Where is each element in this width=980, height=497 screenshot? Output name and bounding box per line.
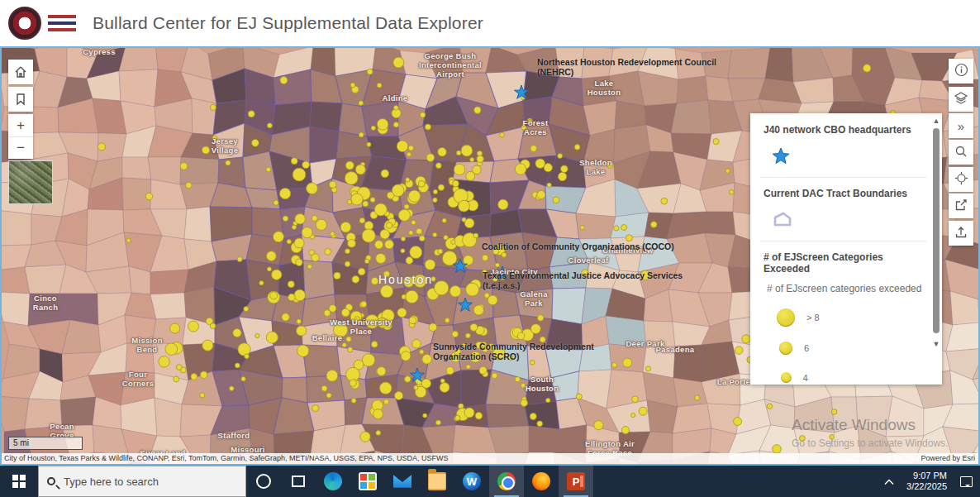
ejscreen-dot[interactable] [553, 197, 559, 203]
ejscreen-dot[interactable] [401, 351, 411, 361]
ejscreen-dot[interactable] [433, 232, 437, 237]
ejscreen-dot[interactable] [576, 394, 582, 399]
ejscreen-dot[interactable] [401, 249, 405, 253]
ejscreen-dot[interactable] [735, 346, 744, 355]
ejscreen-dot[interactable] [623, 358, 632, 367]
ejscreen-dot[interactable] [713, 139, 719, 145]
ejscreen-dot[interactable] [535, 159, 545, 169]
ejscreen-dot[interactable] [270, 292, 278, 299]
ejscreen-dot[interactable] [435, 163, 441, 169]
ejscreen-dot[interactable] [345, 172, 358, 185]
ejscreen-dot[interactable] [594, 421, 603, 430]
legend-scrollbar[interactable]: ▲ ▼ [932, 117, 940, 381]
ejscreen-dot[interactable] [145, 193, 152, 199]
ejscreen-dot[interactable] [244, 307, 249, 312]
ejscreen-dot[interactable] [410, 246, 422, 259]
ejscreen-dot[interactable] [350, 83, 355, 88]
ejscreen-dot[interactable] [287, 240, 291, 244]
ejscreen-dot[interactable] [442, 251, 456, 265]
ejscreen-dot[interactable] [414, 275, 426, 287]
ejscreen-dot[interactable] [521, 125, 526, 130]
ejscreen-dot[interactable] [379, 382, 392, 394]
ejscreen-dot[interactable] [767, 404, 772, 409]
ejscreen-dot[interactable] [176, 365, 182, 370]
ejscreen-dot[interactable] [380, 285, 392, 298]
ejscreen-dot[interactable] [462, 217, 466, 222]
basemap-toggle[interactable] [8, 160, 53, 204]
ejscreen-dot[interactable] [405, 376, 412, 383]
ejscreen-dot[interactable] [406, 257, 413, 265]
ejscreen-dot[interactable] [530, 413, 536, 420]
ejscreen-dot[interactable] [259, 281, 264, 285]
ejscreen-dot[interactable] [475, 413, 483, 420]
ejscreen-dot[interactable] [380, 229, 390, 239]
ejscreen-dot[interactable] [479, 366, 487, 374]
ejscreen-dot[interactable] [364, 259, 369, 263]
scrollbar-thumb[interactable] [933, 128, 940, 333]
ejscreen-dot[interactable] [370, 198, 375, 203]
ejscreen-dot[interactable] [482, 255, 488, 260]
ejscreen-dot[interactable] [326, 393, 331, 398]
ejscreen-dot[interactable] [484, 293, 489, 298]
ejscreen-dot[interactable] [730, 190, 735, 195]
word-button[interactable]: W [454, 466, 489, 497]
ejscreen-dot[interactable] [165, 343, 178, 356]
ejscreen-dot[interactable] [351, 194, 363, 205]
ejscreen-dot[interactable] [645, 366, 650, 371]
ejscreen-dot[interactable] [293, 168, 306, 181]
ejscreen-dot[interactable] [210, 323, 216, 329]
ejscreen-dot[interactable] [498, 199, 508, 209]
ejscreen-dot[interactable] [406, 178, 410, 182]
ejscreen-dot[interactable] [561, 165, 568, 173]
ejscreen-dot[interactable] [188, 321, 199, 332]
upload-button[interactable] [949, 221, 973, 246]
ejscreen-dot[interactable] [392, 184, 404, 197]
locate-button[interactable] [949, 167, 973, 192]
ejscreen-dot[interactable] [266, 251, 276, 261]
ejscreen-dot[interactable] [734, 418, 742, 426]
ejscreen-dot[interactable] [451, 240, 455, 244]
ejscreen-dot[interactable] [170, 323, 180, 333]
ejscreen-dot[interactable] [202, 340, 213, 351]
ejscreen-dot[interactable] [470, 351, 481, 362]
action-center-button[interactable] [952, 476, 980, 487]
ejscreen-dot[interactable] [515, 377, 520, 382]
ejscreen-dot[interactable] [297, 319, 302, 324]
ejscreen-dot[interactable] [302, 161, 310, 169]
ejscreen-dot[interactable] [266, 332, 278, 343]
ejscreen-dot[interactable] [309, 250, 315, 256]
firefox-button[interactable] [524, 466, 559, 497]
start-button[interactable] [0, 466, 38, 497]
ejscreen-dot[interactable] [453, 180, 459, 187]
chrome-button[interactable] [489, 466, 524, 497]
ejscreen-dot[interactable] [661, 198, 668, 204]
ejscreen-dot[interactable] [438, 249, 443, 254]
ejscreen-dot[interactable] [376, 253, 386, 263]
ejscreen-dot[interactable] [452, 331, 459, 337]
ejscreen-dot[interactable] [530, 361, 535, 365]
taskbar-clock[interactable]: 9:07 PM 3/22/2025 [902, 471, 952, 492]
edge-button[interactable] [316, 466, 350, 497]
ejscreen-dot[interactable] [521, 399, 527, 406]
ejscreen-dot[interactable] [695, 395, 700, 400]
ejscreen-dot[interactable] [397, 141, 408, 152]
ejscreen-dot[interactable] [421, 379, 431, 388]
ejscreen-dot[interactable] [558, 154, 563, 159]
ejscreen-dot[interactable] [466, 365, 470, 369]
ejscreen-dot[interactable] [482, 342, 487, 346]
ejscreen-dot[interactable] [307, 183, 318, 194]
ejscreen-dot[interactable] [295, 214, 306, 225]
ejscreen-dot[interactable] [431, 277, 436, 282]
ejscreen-dot[interactable] [530, 146, 537, 152]
ejscreen-dot[interactable] [725, 169, 730, 173]
store-button[interactable] [350, 466, 385, 497]
ejscreen-dot[interactable] [312, 405, 319, 412]
ejscreen-dot[interactable] [393, 57, 404, 68]
ejscreen-dot[interactable] [651, 222, 658, 228]
ejscreen-dot[interactable] [355, 165, 365, 174]
ejscreen-dot[interactable] [346, 337, 351, 342]
ejscreen-dot[interactable] [423, 413, 427, 418]
ejscreen-dot[interactable] [582, 270, 588, 276]
ejscreen-dot[interactable] [420, 112, 425, 117]
ejscreen-dot[interactable] [459, 200, 470, 212]
